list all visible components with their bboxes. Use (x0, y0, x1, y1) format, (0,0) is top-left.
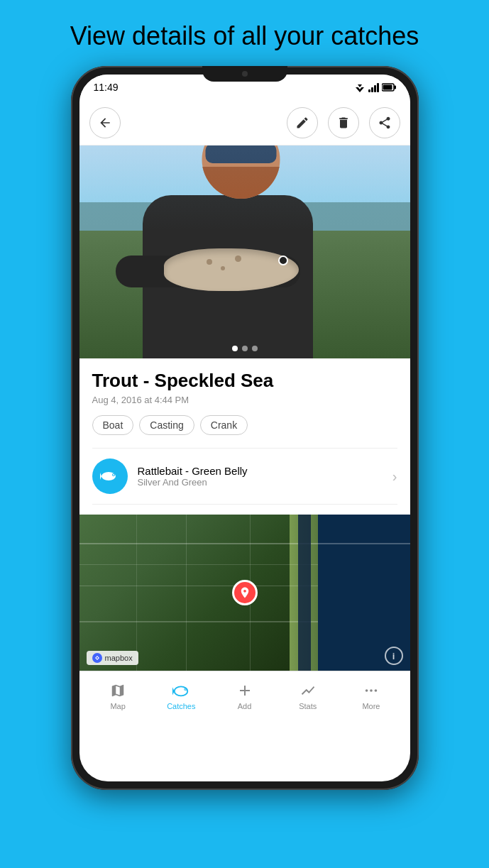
back-button[interactable] (89, 107, 121, 138)
nav-item-stats[interactable]: Stats (276, 681, 339, 710)
road-v3 (136, 515, 137, 671)
map-nav-icon (109, 681, 127, 700)
catches-nav-icon (172, 681, 190, 700)
map-land (79, 515, 311, 671)
fish-name: Trout - Speckled Sea (92, 370, 397, 392)
nav-label-more: More (362, 702, 380, 710)
delete-icon (336, 116, 351, 130)
nav-label-stats: Stats (299, 702, 317, 710)
waterway (298, 515, 311, 671)
dot-1 (232, 346, 238, 351)
lure-name: Rattlebait - Green Belly (138, 465, 392, 477)
add-icon (236, 682, 253, 699)
info-icon: i (392, 651, 395, 661)
catch-content: Trout - Speckled Sea Aug 4, 2016 at 4:44… (79, 358, 410, 671)
map-pin (232, 580, 258, 605)
add-nav-icon (236, 681, 254, 700)
dot-3 (252, 346, 258, 351)
svg-point-14 (184, 688, 187, 691)
svg-rect-4 (394, 86, 396, 89)
headline: View details of all your catches (0, 0, 489, 66)
catches-icon (172, 681, 190, 700)
dot-2 (242, 346, 248, 351)
signal-icon (368, 82, 379, 92)
edit-button[interactable] (287, 107, 318, 138)
map-section[interactable]: mapbox i (79, 515, 410, 671)
edit-icon (295, 116, 309, 130)
delete-button[interactable] (328, 107, 359, 138)
share-button[interactable] (369, 107, 400, 138)
catch-tags: Boat Casting Crank (92, 415, 397, 435)
chevron-right-icon: › (392, 468, 397, 485)
catch-photo (79, 145, 410, 358)
mapbox-logo: mapbox (87, 651, 138, 665)
status-icons (354, 82, 396, 92)
stats-nav-icon (299, 681, 317, 700)
svg-point-11 (96, 657, 97, 659)
nav-label-catches: Catches (167, 702, 195, 710)
road-h2 (79, 586, 318, 586)
lure-color: Silver And Green (138, 477, 392, 488)
tag-crank: Crank (200, 415, 248, 435)
lure-row[interactable]: Rattlebait - Green Belly Silver And Gree… (92, 448, 397, 505)
svg-point-16 (370, 689, 373, 692)
status-time: 11:49 (94, 82, 119, 93)
svg-marker-13 (172, 687, 175, 695)
nav-item-catches[interactable]: Catches (150, 681, 213, 710)
location-icon (238, 586, 251, 599)
map-info-button[interactable]: i (385, 647, 403, 665)
more-icon (363, 683, 379, 698)
map-icon (110, 683, 126, 698)
back-icon (98, 116, 112, 130)
road-v1 (186, 515, 187, 671)
lure-icon (92, 458, 128, 494)
share-icon (378, 116, 392, 130)
nav-label-map: Map (110, 702, 125, 710)
nav-item-add[interactable]: Add (213, 681, 276, 710)
svg-point-9 (113, 474, 114, 476)
tag-boat: Boat (92, 415, 134, 435)
tag-casting: Casting (139, 415, 194, 435)
mapbox-icon (92, 653, 102, 663)
phone-notch (202, 66, 287, 82)
svg-rect-5 (383, 85, 392, 90)
lure-info: Rattlebait - Green Belly Silver And Gree… (138, 465, 392, 488)
camera (242, 71, 248, 77)
catch-date: Aug 4, 2016 at 4:44 PM (92, 395, 397, 405)
wifi-icon (354, 82, 366, 92)
photo-overlay (79, 145, 410, 358)
svg-marker-7 (100, 473, 101, 480)
bottom-nav: Map Catches (79, 671, 410, 720)
battery-icon (382, 83, 396, 92)
more-nav-icon (362, 681, 380, 700)
mapbox-label: mapbox (105, 654, 133, 662)
svg-point-15 (366, 689, 368, 692)
nav-item-more[interactable]: More (339, 681, 402, 710)
lure-fish-icon (100, 468, 120, 484)
nav-item-map[interactable]: Map (87, 681, 150, 710)
road-h1 (79, 543, 410, 544)
action-bar (79, 100, 410, 145)
nav-label-add: Add (238, 702, 252, 710)
svg-point-17 (374, 689, 377, 692)
road-h4 (79, 621, 318, 622)
road-h3 (79, 564, 318, 565)
phone-frame: 11:49 (71, 66, 419, 790)
photo-dots (232, 346, 258, 351)
stats-icon (300, 683, 316, 698)
